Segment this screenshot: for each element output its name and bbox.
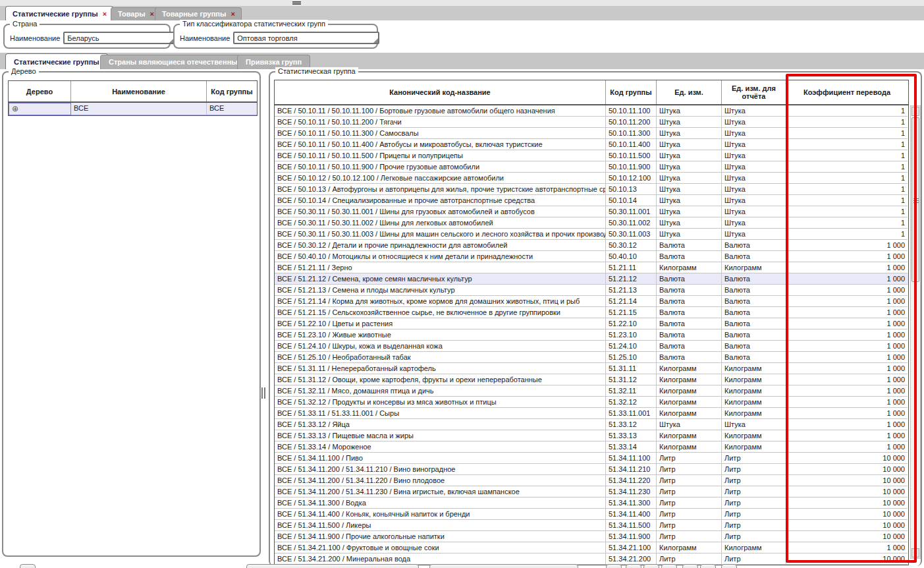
collapse-grip-icon[interactable]	[292, 1, 301, 5]
group-table-row[interactable]: ВСЕ / 50.10.12 / 50.10.12.100 / Легковые…	[275, 173, 908, 184]
group-table-row[interactable]: ВСЕ / 51.34.11.900 / Прочие алкогольные …	[275, 531, 908, 542]
scrollbar-thumb[interactable]	[911, 117, 919, 282]
group-table-row[interactable]: ВСЕ / 51.33.12 / Яйца51.33.12ШтукаШтука1…	[275, 419, 908, 430]
group-table-row[interactable]: ВСЕ / 51.34.11.200 / 51.34.11.220 / Вино…	[275, 475, 908, 486]
pager-prev-button[interactable]	[626, 564, 641, 568]
tab-close-icon[interactable]: ×	[231, 10, 234, 18]
group-col-header-name[interactable]: Канонический код-название	[275, 80, 606, 104]
group-cell-unit-report: Валюта	[722, 318, 786, 329]
group-table-row[interactable]: ВСЕ / 51.24.10 / Шкуры, кожа и выделанна…	[275, 341, 908, 352]
group-table-row[interactable]: ВСЕ / 50.10.11 / 50.10.11.300 / Самосвал…	[275, 128, 908, 139]
scroll-up-icon[interactable]: ▲	[911, 107, 919, 116]
tree-toolbar-button[interactable]	[20, 564, 36, 568]
tab-close-icon[interactable]: ×	[103, 10, 107, 18]
group-table-row[interactable]: ВСЕ / 51.21.14 / Корма для животных, кро…	[275, 296, 908, 307]
group-table-row[interactable]: ВСЕ / 51.33.13 / Пищевые масла и жиры51.…	[275, 430, 908, 441]
group-table-row[interactable]: ВСЕ / 50.10.11 / 50.10.11.500 / Прицепы …	[275, 150, 908, 161]
pager-next-button[interactable]	[661, 564, 677, 568]
filter-area: Страна Наименование Беларусь Тип классиф…	[0, 20, 924, 53]
group-table-row[interactable]: ВСЕ / 51.21.12 / Семена, кроме семян мас…	[275, 273, 908, 285]
group-table-row[interactable]: ВСЕ / 51.32.12 / Продукты и консервы из …	[275, 397, 908, 408]
group-table-row[interactable]: ВСЕ / 50.40.10 / Мотоциклы и относящиеся…	[275, 251, 908, 262]
pager-button[interactable]	[721, 564, 737, 568]
group-cell-unit-report: Килограмм	[722, 262, 786, 273]
group-table-row[interactable]: ВСЕ / 51.21.15 / Сельскохозяйственное сы…	[275, 307, 908, 318]
tab-close-icon[interactable]: ×	[150, 10, 154, 18]
country-name-input[interactable]: Беларусь	[63, 32, 175, 44]
pager-last-button[interactable]	[682, 564, 698, 568]
group-cell-unit-report: Штука	[722, 150, 786, 161]
group-cell-coeff: 1 000	[786, 542, 908, 554]
group-table-row[interactable]: ВСЕ / 50.30.11 / 50.30.11.001 / Шины для…	[275, 206, 908, 217]
group-table-row[interactable]: ВСЕ / 50.30.11 / 50.30.11.003 / Шины для…	[275, 229, 908, 240]
tree-col-header[interactable]: Наименование	[71, 81, 207, 101]
tab-goods[interactable]: Товары×	[111, 7, 161, 20]
group-table-row[interactable]: ВСЕ / 50.10.13 / Автофургоны и автоприце…	[275, 184, 908, 195]
group-col-header-unit-report[interactable]: Ед. изм. для отчёта	[722, 80, 786, 104]
group-table-row[interactable]: ВСЕ / 51.34.21.200 / Минеральная вода51.…	[275, 554, 908, 565]
tree-action-button[interactable]	[429, 564, 578, 568]
classifier-name-input[interactable]: Оптовая торговля	[233, 32, 379, 44]
group-cell-coeff: 1	[786, 195, 908, 206]
group-table-row[interactable]: ВСЕ / 51.23.10 / Живые животные51.23.10В…	[275, 329, 908, 341]
group-cell-name: ВСЕ / 51.22.10 / Цветы и растения	[275, 318, 606, 329]
group-table-row[interactable]: ВСЕ / 51.34.11.100 / Пиво51.34.11.100Лит…	[275, 453, 908, 464]
pager-refresh-button[interactable]	[700, 564, 716, 568]
group-table-row[interactable]: ВСЕ / 50.30.12 / Детали и прочие принадл…	[275, 240, 908, 251]
group-table-row[interactable]: ВСЕ / 51.33.14 / Мороженое51.33.14Килогр…	[275, 441, 908, 453]
group-cell-name: ВСЕ / 51.33.13 / Пищевые масла и жиры	[275, 430, 606, 441]
pager-page-button[interactable]	[643, 564, 659, 568]
group-table-row[interactable]: ВСЕ / 51.21.11 / Зерно51.21.11КилограммК…	[275, 262, 908, 273]
group-table-row[interactable]: ВСЕ / 50.30.11 / 50.30.11.002 / Шины для…	[275, 217, 908, 229]
tree-table-header: Дерево Наименование Код группы	[9, 81, 257, 103]
tree-action-button[interactable]	[246, 564, 419, 568]
group-table-body: ВСЕ / 50.10.11 / 50.10.11.100 / Бортовые…	[275, 105, 908, 565]
group-cell-unit-report: Валюта	[722, 307, 786, 318]
group-table-row[interactable]: ВСЕ / 51.31.12 / Овощи, кроме картофеля,…	[275, 374, 908, 385]
tree-col-header[interactable]: Код группы	[207, 81, 257, 101]
scroll-down-icon[interactable]: ▼	[911, 548, 919, 557]
tree-col-header[interactable]: Дерево	[9, 81, 71, 101]
group-table-row[interactable]: ВСЕ / 50.10.11 / 50.10.11.400 / Автобусы…	[275, 139, 908, 150]
group-cell-name: ВСЕ / 51.33.14 / Мороженое	[275, 441, 606, 453]
group-table-row[interactable]: ВСЕ / 51.21.13 / Семена и плоды масличны…	[275, 285, 908, 296]
group-table-row[interactable]: ВСЕ / 50.10.11 / 50.10.11.900 / Прочие г…	[275, 161, 908, 173]
group-table-row[interactable]: ВСЕ / 51.34.11.200 / 51.34.11.230 / Вина…	[275, 486, 908, 497]
group-table-row[interactable]: ВСЕ / 51.31.11 / Непереработанный картоф…	[275, 363, 908, 374]
group-col-header-code[interactable]: Код группы	[606, 80, 657, 104]
group-table-row[interactable]: ВСЕ / 50.10.11 / 50.10.11.100 / Бортовые…	[275, 105, 908, 117]
group-cell-code: 51.33.11.001	[606, 408, 657, 419]
group-cell-name: ВСЕ / 50.10.11 / 50.10.11.300 / Самосвал…	[275, 128, 606, 139]
tree-expand-cell: ⊕	[9, 103, 71, 115]
group-col-header-coeff[interactable]: Коэффициент перевода	[786, 80, 908, 104]
tab-goods-groups[interactable]: Товарные группы×	[155, 7, 242, 20]
group-table-scrollbar[interactable]: ▲ ▼	[910, 105, 921, 559]
group-cell-coeff: 1	[786, 173, 908, 184]
group-table-row[interactable]: ВСЕ / 51.34.11.200 / 51.34.11.210 / Вино…	[275, 464, 908, 475]
group-table-row[interactable]: ВСЕ / 51.34.11.400 / Коньяк, коньячный н…	[275, 509, 908, 520]
group-table-row[interactable]: ВСЕ / 51.25.10 / Необработанный табак51.…	[275, 352, 908, 363]
group-table-row[interactable]: ВСЕ / 51.22.10 / Цветы и растения51.22.1…	[275, 318, 908, 329]
expand-node-icon[interactable]: ⊕	[12, 104, 18, 113]
group-cell-unit-report: Литр	[722, 453, 786, 464]
classifier-name-value: Оптовая торговля	[237, 34, 297, 42]
tab-label: Товарные группы	[162, 10, 226, 18]
subtab-domestic-countries[interactable]: Страны являющиеся отечественными	[100, 55, 256, 69]
tab-statistical-groups[interactable]: Статистические группы×	[5, 6, 113, 20]
group-table-row[interactable]: ВСЕ / 51.34.11.500 / Ликеры51.34.11.500Л…	[275, 520, 908, 531]
group-table-row[interactable]: ВСЕ / 50.10.14 / Специализированные и пр…	[275, 195, 908, 206]
group-cell-unit-report: Килограмм	[722, 441, 786, 453]
group-cell-unit-report: Литр	[722, 509, 786, 520]
group-col-header-unit[interactable]: Ед. изм.	[657, 80, 722, 104]
pager-first-button[interactable]	[606, 564, 622, 568]
group-table-row[interactable]: ВСЕ / 51.34.11.300 / Водка51.34.11.300Ли…	[275, 497, 908, 509]
group-cell-unit-report: Штука	[722, 139, 786, 150]
group-table-row[interactable]: ВСЕ / 51.33.11 / 51.33.11.001 / Сыры51.3…	[275, 408, 908, 419]
panel-splitter-handle[interactable]	[261, 387, 267, 399]
group-cell-name: ВСЕ / 51.31.12 / Овощи, кроме картофеля,…	[275, 374, 606, 385]
group-cell-unit-report: Литр	[722, 497, 786, 509]
tree-row[interactable]: ⊕ ВСЕ ВСЕ	[9, 103, 257, 115]
group-table-row[interactable]: ВСЕ / 51.32.11 / Мясо, домашняя птица и …	[275, 385, 908, 397]
group-table-row[interactable]: ВСЕ / 51.34.21.100 / Фруктовые и овощные…	[275, 542, 908, 554]
group-table-row[interactable]: ВСЕ / 50.10.11 / 50.10.11.200 / Тягачи50…	[275, 117, 908, 128]
